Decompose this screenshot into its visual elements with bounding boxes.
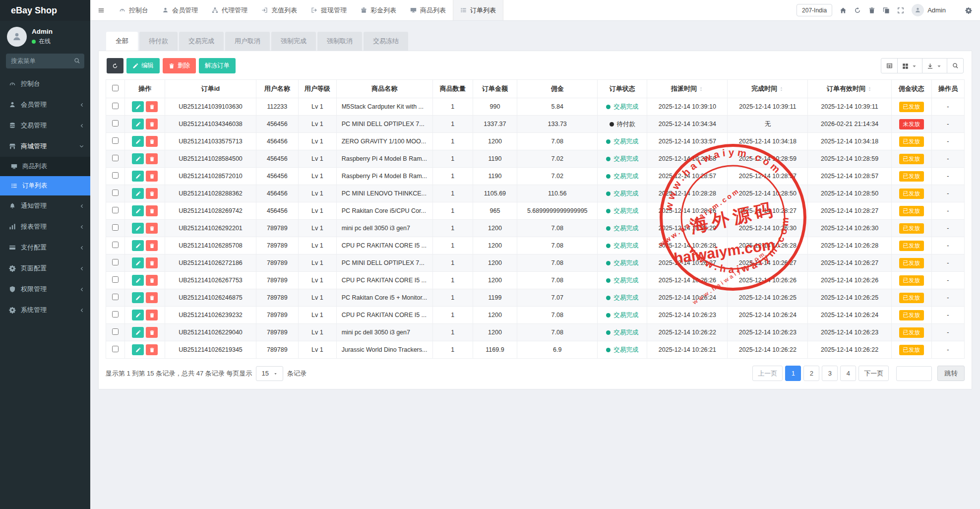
row-edit-button[interactable] xyxy=(132,275,144,286)
row-edit-button[interactable] xyxy=(132,292,144,303)
filter-tab[interactable]: 待付款 xyxy=(139,32,178,51)
copy-icon[interactable] xyxy=(883,7,890,14)
row-edit-button[interactable] xyxy=(132,240,144,251)
filter-tab[interactable]: 交易完成 xyxy=(179,32,224,51)
pagination-page[interactable]: 1 xyxy=(785,366,801,381)
top-tab[interactable]: 彩金列表 xyxy=(354,0,403,20)
sidebar-subitem[interactable]: 订单列表 xyxy=(0,176,90,195)
refresh-table-button[interactable] xyxy=(107,58,123,73)
region-button[interactable]: 207-India xyxy=(796,4,832,16)
top-tab[interactable]: 充值列表 xyxy=(254,0,304,20)
top-tab[interactable]: 提现管理 xyxy=(304,0,354,20)
row-delete-button[interactable] xyxy=(146,188,158,199)
pagination-prev[interactable]: 上一页 xyxy=(752,366,783,381)
top-tab[interactable]: 控制台 xyxy=(112,0,155,20)
sidebar-item[interactable]: 商城管理 xyxy=(0,136,90,157)
row-checkbox[interactable] xyxy=(112,137,119,144)
row-edit-button[interactable] xyxy=(132,257,144,268)
filter-tab[interactable]: 强制取消 xyxy=(317,32,362,51)
row-edit-button[interactable] xyxy=(132,223,144,234)
row-edit-button[interactable] xyxy=(132,153,144,164)
sidebar-item[interactable]: 系统管理 xyxy=(0,300,90,320)
filter-tab[interactable]: 全部 xyxy=(106,32,138,51)
row-checkbox[interactable] xyxy=(112,328,119,335)
row-checkbox[interactable] xyxy=(112,207,119,213)
pagination-page[interactable]: 3 xyxy=(822,366,838,381)
search-toggle-button[interactable] xyxy=(947,58,964,73)
filter-tab[interactable]: 用户取消 xyxy=(225,32,270,51)
sidebar-item[interactable]: 控制台 xyxy=(0,73,90,94)
fullscreen-icon[interactable] xyxy=(897,7,904,14)
row-delete-button[interactable] xyxy=(146,310,158,320)
row-checkbox[interactable] xyxy=(112,120,119,127)
sidebar-item[interactable]: 页面配置 xyxy=(0,258,90,279)
row-delete-button[interactable] xyxy=(146,292,158,303)
row-checkbox[interactable] xyxy=(112,172,119,179)
column-header[interactable]: 完成时间 xyxy=(728,80,808,98)
menu-toggle-button[interactable] xyxy=(90,0,112,20)
export-button[interactable] xyxy=(922,58,947,73)
row-delete-button[interactable] xyxy=(146,153,158,164)
select-all-checkbox[interactable] xyxy=(112,85,119,91)
top-tab[interactable]: 订单列表 xyxy=(453,0,503,20)
filter-tab[interactable]: 交易冻结 xyxy=(364,32,408,51)
sidebar-item[interactable]: 支付配置 xyxy=(0,237,90,258)
jump-page-input[interactable] xyxy=(896,366,932,381)
row-checkbox[interactable] xyxy=(112,276,119,283)
row-edit-button[interactable] xyxy=(132,344,144,355)
jump-button[interactable]: 跳转 xyxy=(937,366,965,381)
row-edit-button[interactable] xyxy=(132,136,144,147)
row-delete-button[interactable] xyxy=(146,119,158,129)
row-edit-button[interactable] xyxy=(132,101,144,112)
settings-gear-icon[interactable] xyxy=(965,7,972,14)
top-tab[interactable]: 代理管理 xyxy=(205,0,254,20)
row-checkbox[interactable] xyxy=(112,242,119,248)
column-header[interactable]: 订单有效时间 xyxy=(808,80,891,98)
sidebar-item[interactable]: 会员管理 xyxy=(0,94,90,115)
row-checkbox[interactable] xyxy=(112,224,119,231)
row-delete-button[interactable] xyxy=(146,327,158,338)
row-delete-button[interactable] xyxy=(146,136,158,147)
topnav-admin[interactable]: Admin xyxy=(912,4,946,16)
sidebar-item[interactable]: 报表管理 xyxy=(0,216,90,237)
unfreeze-order-button[interactable]: 解冻订单 xyxy=(199,58,236,73)
column-header[interactable]: 指派时间 xyxy=(647,80,728,98)
sidebar-search-input[interactable] xyxy=(6,54,84,68)
delete-button[interactable]: 删除 xyxy=(163,58,196,73)
row-checkbox[interactable] xyxy=(112,155,119,161)
row-checkbox[interactable] xyxy=(112,103,119,109)
row-edit-button[interactable] xyxy=(132,188,144,199)
row-checkbox[interactable] xyxy=(112,190,119,196)
row-edit-button[interactable] xyxy=(132,119,144,129)
top-tab[interactable]: 商品列表 xyxy=(403,0,453,20)
page-size-select[interactable]: 15 xyxy=(256,366,283,381)
row-checkbox[interactable] xyxy=(112,346,119,352)
row-checkbox[interactable] xyxy=(112,259,119,265)
columns-button[interactable] xyxy=(897,58,922,73)
filter-tab[interactable]: 强制完成 xyxy=(271,32,316,51)
trash-icon[interactable] xyxy=(868,7,875,14)
row-delete-button[interactable] xyxy=(146,257,158,268)
row-delete-button[interactable] xyxy=(146,223,158,234)
top-tab[interactable]: 会员管理 xyxy=(155,0,205,20)
row-checkbox[interactable] xyxy=(112,294,119,300)
row-delete-button[interactable] xyxy=(146,205,158,216)
sidebar-item[interactable]: 权限管理 xyxy=(0,279,90,300)
pagination-page[interactable]: 2 xyxy=(803,366,819,381)
row-edit-button[interactable] xyxy=(132,327,144,338)
home-icon[interactable] xyxy=(840,7,847,14)
row-edit-button[interactable] xyxy=(132,310,144,320)
row-edit-button[interactable] xyxy=(132,205,144,216)
detail-view-button[interactable] xyxy=(881,58,898,73)
sidebar-item[interactable]: 交易管理 xyxy=(0,115,90,136)
row-delete-button[interactable] xyxy=(146,171,158,182)
edit-button[interactable]: 编辑 xyxy=(126,58,160,73)
row-delete-button[interactable] xyxy=(146,101,158,112)
row-delete-button[interactable] xyxy=(146,240,158,251)
pagination-next[interactable]: 下一页 xyxy=(858,366,889,381)
sidebar-item[interactable]: 通知管理 xyxy=(0,195,90,216)
row-delete-button[interactable] xyxy=(146,344,158,355)
pagination-page[interactable]: 4 xyxy=(840,366,856,381)
sidebar-subitem[interactable]: 商品列表 xyxy=(0,157,90,176)
row-checkbox[interactable] xyxy=(112,311,119,318)
